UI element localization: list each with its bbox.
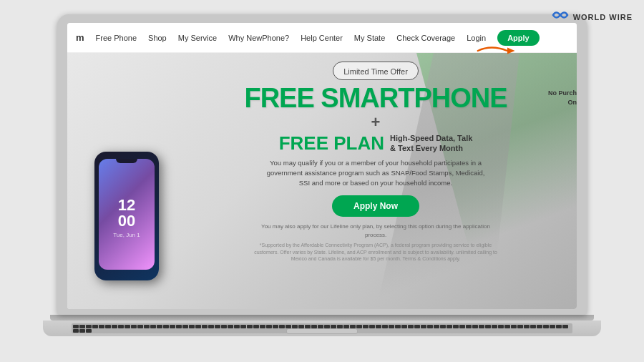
laptop-container: m Free Phone Shop My Service Why NewPhon… bbox=[43, 14, 601, 355]
phone-body: 1200 Tue, Jun 1 bbox=[94, 152, 159, 280]
qualifier-text: You may qualify if you or a member of yo… bbox=[261, 158, 490, 189]
nav-my-service[interactable]: My Service bbox=[178, 34, 217, 42]
phone-date: Tue, Jun 1 bbox=[113, 232, 140, 238]
phone-clock: 1200 bbox=[118, 197, 135, 229]
trackpad bbox=[286, 328, 358, 334]
apply-now-button[interactable]: Apply Now bbox=[332, 195, 419, 217]
hero-content: Limited Time Offer FREE SMARTPHONE + FRE… bbox=[182, 62, 570, 263]
screen: m Free Phone Shop My Service Why NewPhon… bbox=[67, 23, 577, 309]
nav-shop[interactable]: Shop bbox=[148, 34, 167, 42]
navbar: m Free Phone Shop My Service Why NewPhon… bbox=[67, 23, 577, 53]
nav-free-phone[interactable]: Free Phone bbox=[96, 34, 137, 42]
hero-section: 1200 Tue, Jun 1 No Purch On Limited Time… bbox=[67, 53, 577, 309]
worldwire-icon bbox=[552, 9, 569, 25]
nav-brand: m bbox=[76, 32, 84, 43]
nav-my-state[interactable]: My State bbox=[354, 34, 385, 42]
laptop-hinge bbox=[50, 315, 594, 321]
arrow-annotation bbox=[475, 43, 518, 62]
worldwire-logo: WORLD WIRE bbox=[552, 9, 633, 25]
plan-description: High-Speed Data, Talk & Text Every Month bbox=[390, 133, 472, 154]
laptop-base bbox=[43, 321, 601, 336]
nav-help-center[interactable]: Help Center bbox=[301, 34, 343, 42]
svg-marker-1 bbox=[507, 48, 515, 54]
phone-image: 1200 Tue, Jun 1 bbox=[80, 152, 173, 309]
lifeline-note: You may also apply for our Lifeline only… bbox=[250, 222, 501, 238]
phone-screen: 1200 Tue, Jun 1 bbox=[99, 159, 155, 270]
free-plan-text: FREE PLAN bbox=[279, 134, 384, 152]
free-smartphone-headline: FREE SMARTPHONE bbox=[182, 84, 570, 112]
nav-login[interactable]: Login bbox=[467, 34, 486, 42]
nav-check-coverage[interactable]: Check Coverage bbox=[396, 34, 455, 42]
nav-why-newphone[interactable]: Why NewPhone? bbox=[228, 34, 289, 42]
limited-time-badge: Limited Time Offer bbox=[333, 62, 419, 80]
free-plan-row: FREE PLAN High-Speed Data, Talk & Text E… bbox=[182, 133, 570, 154]
phone-notch bbox=[116, 159, 137, 163]
badge-text: Limited Time Offer bbox=[343, 67, 408, 76]
svg-point-0 bbox=[559, 14, 562, 16]
plus-sign: + bbox=[182, 113, 570, 132]
worldwire-text: WORLD WIRE bbox=[573, 13, 633, 21]
disclaimer-text: *Supported by the Affordable Connectivit… bbox=[247, 242, 504, 263]
screen-bezel: m Free Phone Shop My Service Why NewPhon… bbox=[57, 14, 587, 315]
